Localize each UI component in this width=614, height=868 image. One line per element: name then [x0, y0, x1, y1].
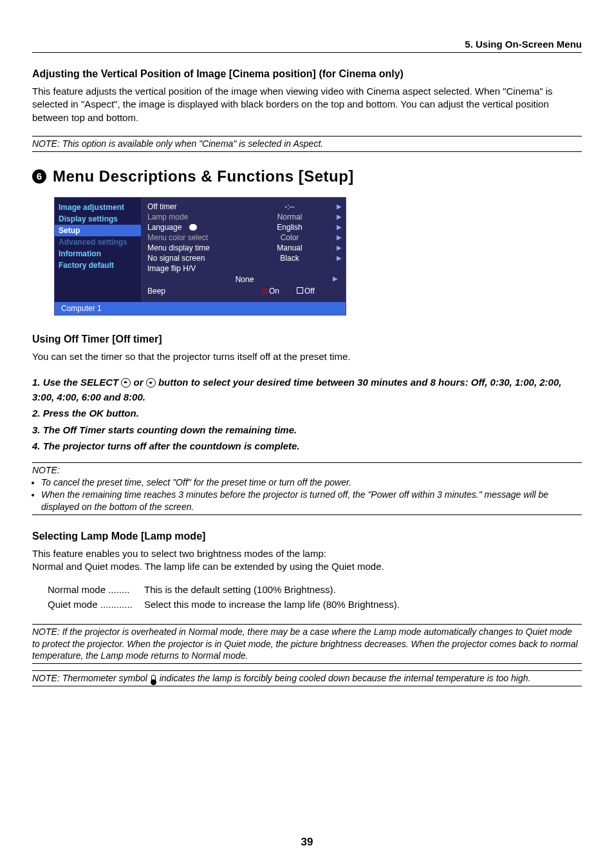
mode-name: Quiet mode ............	[48, 597, 144, 612]
osd-label: Menu color select	[147, 233, 244, 242]
heading-lamp-mode: Selecting Lamp Mode [Lamp mode]	[32, 531, 582, 542]
note-therm-a: NOTE: Thermometer symbol	[32, 673, 150, 683]
select-down-icon	[146, 378, 156, 388]
checkbox-unchecked-icon	[297, 287, 303, 294]
osd-nav-setup[interactable]: Setup	[55, 225, 141, 236]
osd-value: -:--	[244, 202, 335, 211]
mode-desc: Select this mode to increase the lamp li…	[144, 597, 400, 612]
osd-label: Image flip H/V	[147, 264, 244, 273]
osd-row-none[interactable]: None ▶	[147, 274, 342, 285]
osd-value: Normal	[244, 212, 335, 222]
osd-nav-advanced-settings[interactable]: Advanced settings	[55, 236, 141, 248]
beep-off-option[interactable]: Off	[297, 287, 342, 296]
section-6-heading-row: 6 Menu Descriptions & Functions [Setup]	[32, 167, 582, 185]
heading-cinema-position: Adjusting the Vertical Position of Image…	[32, 68, 582, 80]
section-header: 5. Using On-Screen Menu	[32, 39, 582, 53]
note-thermometer: NOTE: Thermometer symbol indicates the l…	[32, 670, 582, 686]
osd-left-nav: Image adjustment Display settings Setup …	[55, 198, 141, 302]
osd-row-lamp-mode[interactable]: Lamp mode Normal ▶	[147, 212, 342, 222]
chevron-right-icon: ▶	[335, 254, 342, 261]
osd-label: Off timer	[147, 202, 244, 211]
mode-row-quiet: Quiet mode ............ Select this mode…	[48, 597, 582, 612]
beep-on-label: On	[269, 287, 279, 296]
osd-row-menu-color-select[interactable]: Menu color select Color ▶	[147, 232, 342, 243]
osd-label-text: Language	[147, 223, 181, 232]
step-4: 4. The projector turns off after the cou…	[32, 439, 582, 453]
note-cinema: NOTE: This option is available only when…	[32, 136, 582, 152]
osd-row-beep[interactable]: Beep ☑On Off	[147, 285, 342, 298]
osd-nav-display-settings[interactable]: Display settings	[55, 213, 141, 225]
lamp-body-1: This feature enables you to select two b…	[32, 548, 326, 559]
osd-value-none: None	[236, 275, 254, 284]
note-therm-b: indicates the lamp is forcibly being coo…	[160, 673, 531, 683]
note-item-1: To cancel the preset time, select "Off" …	[41, 476, 582, 489]
osd-value: Manual	[244, 243, 335, 252]
section-6-title: Menu Descriptions & Functions [Setup]	[53, 167, 354, 185]
chevron-right-icon: ▶	[335, 234, 342, 241]
osd-menu: Image adjustment Display settings Setup …	[54, 197, 346, 316]
osd-value: Black	[244, 254, 335, 263]
step-1: 1. Use the SELECT or button to select yo…	[32, 375, 582, 405]
osd-label: Beep	[147, 287, 244, 296]
beep-off-label: Off	[304, 287, 315, 296]
osd-row-off-timer[interactable]: Off timer -:-- ▶	[147, 202, 342, 212]
off-timer-steps: 1. Use the SELECT or button to select yo…	[32, 375, 582, 453]
note-off-timer: NOTE: To cancel the preset time, select …	[32, 462, 582, 515]
osd-row-language[interactable]: Language English ▶	[147, 222, 342, 232]
osd-label: Lamp mode	[147, 212, 244, 222]
body-cinema-position: This feature adjusts the vertical positi…	[32, 85, 582, 124]
step-1-text-a: 1. Use the SELECT	[32, 377, 121, 388]
chevron-right-icon: ▶	[331, 275, 338, 282]
note-item-2: When the remaining time reaches 3 minute…	[41, 489, 582, 513]
step-2: 2. Press the OK button.	[32, 406, 582, 420]
chevron-right-icon: ▶	[335, 203, 342, 210]
heading-off-timer: Using Off Timer [Off timer]	[32, 334, 582, 345]
osd-row-menu-display-time[interactable]: Menu display time Manual ▶	[147, 243, 342, 253]
osd-label: Menu display time	[147, 243, 244, 252]
page: 5. Using On-Screen Menu Adjusting the Ve…	[0, 0, 614, 868]
osd-value: Color	[244, 233, 335, 242]
mode-name: Normal mode ........	[48, 582, 144, 597]
note-lamp-overheat: NOTE: If the projector is overheated in …	[32, 624, 582, 665]
osd-value: English	[244, 223, 335, 232]
osd-row-image-flip[interactable]: Image flip H/V	[147, 263, 342, 274]
note-label: NOTE:	[32, 464, 582, 476]
chevron-right-icon: ▶	[335, 213, 342, 220]
mode-row-normal: Normal mode ........ This is the default…	[48, 582, 582, 597]
step-1-text-b: or	[134, 377, 146, 388]
select-up-icon	[121, 378, 131, 388]
page-number: 39	[0, 836, 614, 849]
osd-right-panel: Off timer -:-- ▶ Lamp mode Normal ▶ Lang…	[141, 198, 346, 302]
chevron-right-icon: ▶	[335, 223, 342, 231]
checkbox-checked-icon: ☑	[261, 287, 268, 295]
section-number-badge: 6	[32, 169, 46, 184]
step-3: 3. The Off Timer starts counting down th…	[32, 422, 582, 437]
osd-label: Language	[147, 223, 244, 232]
lamp-body-2: Normal and Quiet modes. The lamp life ca…	[32, 561, 384, 572]
osd-footer: Computer 1	[55, 302, 346, 315]
body-off-timer: You can set the timer so that the projec…	[32, 350, 582, 363]
mode-desc: This is the default setting (100% Bright…	[144, 582, 336, 597]
beep-on-option[interactable]: ☑On	[244, 287, 297, 296]
thermometer-icon	[151, 675, 156, 684]
chevron-right-icon: ▶	[335, 244, 342, 251]
osd-nav-factory-default[interactable]: Factory default	[55, 259, 141, 271]
osd-row-no-signal-screen[interactable]: No signal screen Black ▶	[147, 253, 342, 263]
body-lamp-mode: This feature enables you to select two b…	[32, 547, 582, 574]
lamp-mode-table: Normal mode ........ This is the default…	[48, 582, 582, 612]
osd-nav-image-adjustment[interactable]: Image adjustment	[55, 202, 141, 213]
osd-label: No signal screen	[147, 254, 244, 263]
speech-bubble-icon	[189, 224, 197, 231]
osd-nav-information[interactable]: Information	[55, 248, 141, 259]
